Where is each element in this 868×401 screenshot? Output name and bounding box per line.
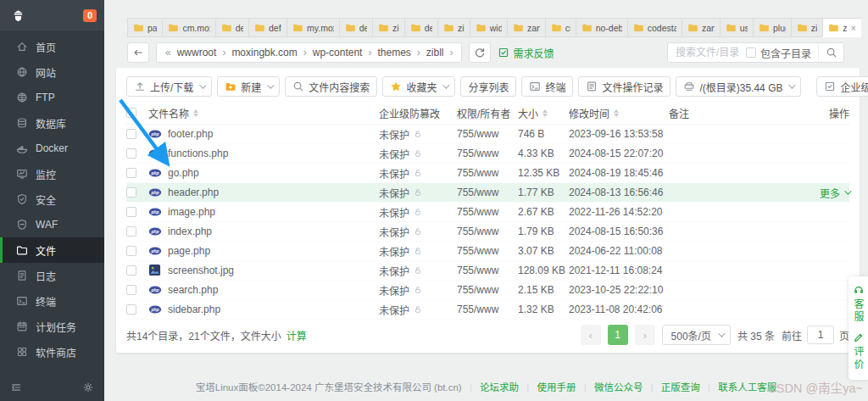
sidebar-item[interactable]: 日志 [0,263,104,288]
row-checkbox[interactable] [126,226,136,237]
sidebar-item[interactable]: 文件 [0,237,104,263]
folder-tab[interactable]: user × [720,18,754,37]
file-name[interactable]: functions.php [168,148,228,159]
sort-icon[interactable] [614,109,619,117]
footer-link[interactable]: 微信公众号 [594,382,643,393]
row-checkbox[interactable] [126,207,136,217]
table-row[interactable]: php functions.php 未保护 755/www 4.33 KB 20… [126,144,849,164]
sidebar-item[interactable]: 监控 [0,161,104,187]
sort-icon[interactable] [193,109,198,117]
footer-link[interactable]: 使用手册 [537,382,576,393]
table-row[interactable]: php sidebar.php 未保护 755/www 1.32 KB 2023… [126,300,849,320]
row-checkbox[interactable] [126,148,136,159]
folder-tab[interactable]: css × [545,18,576,37]
breadcrumb-segment[interactable]: wwwroot [177,47,217,58]
sidebar-item[interactable]: 计划任务 [0,314,104,339]
row-checkbox[interactable] [126,246,136,256]
file-name[interactable]: image.php [168,206,215,218]
per-page-select[interactable]: 500条/页 [662,325,731,345]
more-actions-link[interactable]: 更多 [820,186,840,200]
gear-icon[interactable] [82,382,94,393]
breadcrumb-root[interactable]: « [165,47,171,58]
search-input[interactable] [668,47,746,58]
folder-tab[interactable]: plugin × [753,18,792,37]
sidebar-item[interactable]: 终端 [0,288,104,314]
sidebar-item[interactable]: WAF [0,212,104,237]
folder-tab[interactable]: dem × [215,18,249,37]
toolbar-button[interactable]: 企业级防篡改 [816,76,868,97]
folder-tab[interactable]: zibll × [791,18,824,37]
row-checkbox[interactable] [126,187,136,198]
toolbar-button[interactable]: 终端 [521,76,573,97]
prev-page-button[interactable]: ‹ [581,325,601,345]
table-row[interactable]: php page.php 未保护 755/www 3.07 KB 2024-06… [126,242,849,261]
next-page-button[interactable]: › [635,325,655,345]
row-checkbox[interactable] [126,265,136,276]
folder-tab[interactable]: my.moxingl × [287,18,340,37]
folder-tab[interactable]: codestar-fra × [627,18,682,37]
folder-tab[interactable]: defaul × [248,18,287,37]
sort-icon[interactable] [542,109,548,117]
folder-tab[interactable]: zanzh × [682,18,721,37]
folder-tab[interactable]: zibll × [437,18,470,37]
table-row[interactable]: php search.php 未保护 755/www 2.15 KB 2023-… [126,281,849,300]
folder-tab[interactable]: zanzh × [507,18,546,37]
sidebar-item[interactable]: Docker [0,136,104,161]
row-checkbox[interactable] [126,168,136,178]
toolbar-button[interactable]: 分享列表 [460,76,516,97]
collapse-icon[interactable] [10,382,22,393]
folder-tab[interactable]: widge × [470,18,508,37]
column-header-name[interactable]: 文件名称 [148,106,189,120]
toolbar-button[interactable]: 文件内容搜索 [285,76,377,97]
sidebar-item[interactable]: 首页 [0,34,104,59]
file-name[interactable]: footer.php [168,128,213,140]
sidebar-item[interactable]: 软件商店 [0,339,104,365]
sidebar-item[interactable]: 网站 [0,59,104,85]
sidebar-item[interactable]: FTP [0,85,104,110]
calculate-link[interactable]: 计算 [287,328,307,343]
footer-link[interactable]: 论坛求助 [480,382,519,393]
file-name[interactable]: index.php [168,226,212,237]
row-checkbox[interactable] [126,304,136,315]
column-header-size[interactable]: 大小 [518,106,538,120]
row-checkbox[interactable] [126,129,136,139]
back-button[interactable] [127,42,149,63]
file-name[interactable]: search.php [168,284,218,296]
current-page-button[interactable]: 1 [608,325,628,345]
table-row[interactable]: php header.php 未保护 755/www 1.77 KB 2024-… [126,183,849,203]
footer-link[interactable]: 正版查询 [661,382,700,393]
folder-tab[interactable]: zibll × [822,18,861,37]
goto-page-input[interactable] [807,326,834,344]
row-checkbox[interactable] [126,285,136,295]
table-row[interactable]: php index.php 未保护 755/www 1.79 KB 2024-0… [126,222,849,242]
toolbar-button[interactable]: /(根目录)35.44 GB [676,76,801,97]
table-row[interactable]: php image.php 未保护 755/www 2.67 KB 2022-1… [126,203,849,222]
file-name[interactable]: screenshot.jpg [168,265,234,276]
include-subdir-option[interactable]: 包含子目录 [746,46,818,60]
table-row[interactable]: php footer.php 未保护 755/www 746 B 2023-09… [126,125,849,144]
include-subdir-checkbox[interactable] [746,47,756,58]
search-button[interactable] [818,43,843,62]
file-name[interactable]: page.php [168,245,210,257]
file-name[interactable]: go.php [168,167,199,179]
close-icon[interactable]: × [850,23,856,33]
column-header-mtime[interactable]: 修改时间 [569,106,609,120]
file-name[interactable]: sidebar.php [168,304,220,315]
toolbar-button[interactable]: 文件操作记录 [578,76,670,97]
feedback-link[interactable]: 需求反馈 [498,46,554,60]
baota-logo-icon[interactable] [11,8,25,23]
breadcrumb-segment[interactable]: moxingbk.com [231,47,297,58]
table-row[interactable]: php go.php 未保护 755/www 12.35 KB 2024-08-… [126,164,849,183]
folder-tab[interactable]: dem × [404,18,438,37]
customer-service-button[interactable]: 客服 [851,284,865,324]
toolbar-button[interactable]: 收藏夹 [382,76,455,97]
file-name[interactable]: header.php [168,187,219,198]
folder-tab[interactable]: cm.moxingl × [162,18,215,37]
toolbar-button[interactable]: 新建 [217,76,280,97]
folder-tab[interactable]: no-debug-r × [576,18,628,37]
sidebar-item[interactable]: 安全 [0,187,104,212]
folder-tab[interactable]: dem × [339,18,373,37]
select-all-checkbox[interactable] [126,108,136,118]
refresh-button[interactable] [469,42,491,63]
sidebar-item[interactable]: 数据库 [0,110,104,136]
